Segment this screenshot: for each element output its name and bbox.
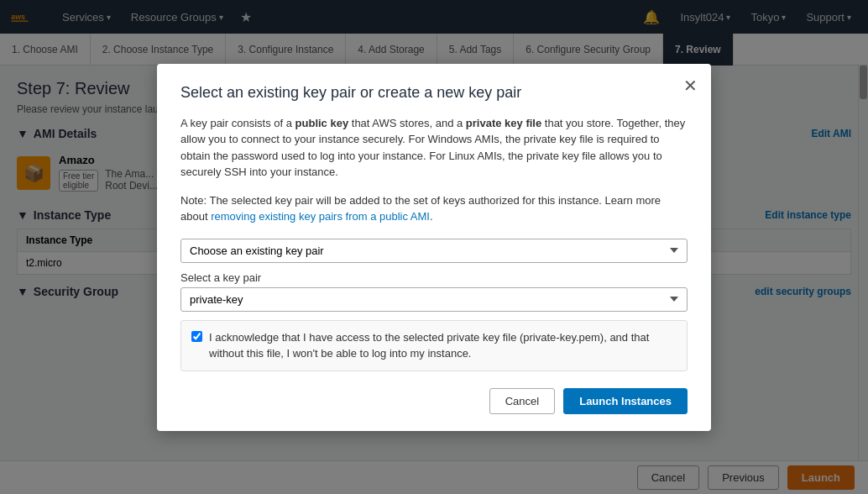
acknowledge-row: I acknowledge that I have access to the … (180, 320, 688, 371)
remove-keypairs-link[interactable]: removing existing key pairs from a publi… (211, 210, 430, 223)
keypair-type-select[interactable]: Choose an existing key pair (180, 239, 688, 263)
modal-title: Select an existing key pair or create a … (180, 84, 688, 102)
private-key-emphasis: private key file (466, 117, 541, 129)
keypair-type-row: Choose an existing key pair (180, 239, 688, 263)
keypair-select-label: Select a key pair (180, 271, 688, 284)
modal-cancel-button[interactable]: Cancel (489, 388, 555, 414)
acknowledge-text: I acknowledge that I have access to the … (209, 329, 677, 362)
modal-actions: Cancel Launch Instances (180, 388, 688, 414)
modal-note: Note: The selected key pair will be adde… (180, 192, 688, 225)
modal-overlay: Select an existing key pair or create a … (0, 0, 868, 494)
key-pair-modal: Select an existing key pair or create a … (157, 64, 711, 431)
keypair-select[interactable]: private-key (180, 287, 688, 312)
modal-body: A key pair consists of a public key that… (180, 115, 688, 181)
modal-close-button[interactable]: ✕ (683, 76, 698, 96)
acknowledge-checkbox[interactable] (191, 331, 202, 342)
public-key-emphasis: public key (295, 117, 349, 129)
modal-launch-button[interactable]: Launch Instances (563, 388, 688, 414)
keypair-select-row: Select a key pair private-key (180, 271, 688, 312)
